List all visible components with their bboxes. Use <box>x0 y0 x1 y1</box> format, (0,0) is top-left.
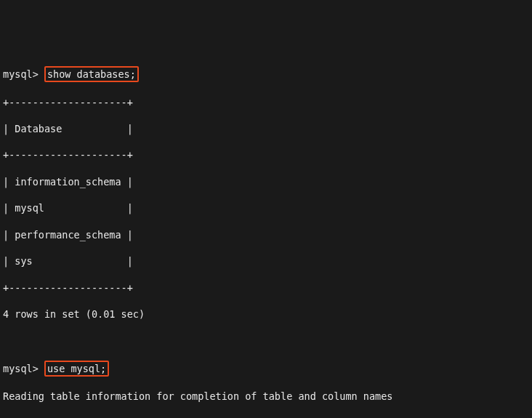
db-table-row: | sys | <box>3 254 529 268</box>
highlight-cmd-show-databases: show databases; <box>44 66 139 82</box>
prompt-line-1: mysql> show databases; <box>3 66 529 82</box>
db-table-row: | information_schema | <box>3 175 529 188</box>
highlight-cmd-use-mysql: use mysql; <box>44 361 109 377</box>
db-table-border: +--------------------+ <box>3 148 529 161</box>
terminal[interactable]: mysql> show databases; +----------------… <box>0 53 532 418</box>
db-table-row: | mysql | <box>3 201 529 214</box>
prompt-line-2: mysql> use mysql; <box>3 361 529 377</box>
mysql-prompt: mysql> <box>3 68 39 80</box>
db-rows-footer: 4 rows in set (0.01 sec) <box>3 308 529 321</box>
db-table-header: | Database | <box>3 122 529 135</box>
mysql-prompt: mysql> <box>3 363 39 374</box>
db-table-row: | performance_schema | <box>3 228 529 241</box>
use-msg-1: Reading table information for completion… <box>3 390 529 403</box>
blank-line <box>3 334 529 347</box>
db-table-border: +--------------------+ <box>3 281 529 294</box>
db-table-border: +--------------------+ <box>3 96 529 109</box>
